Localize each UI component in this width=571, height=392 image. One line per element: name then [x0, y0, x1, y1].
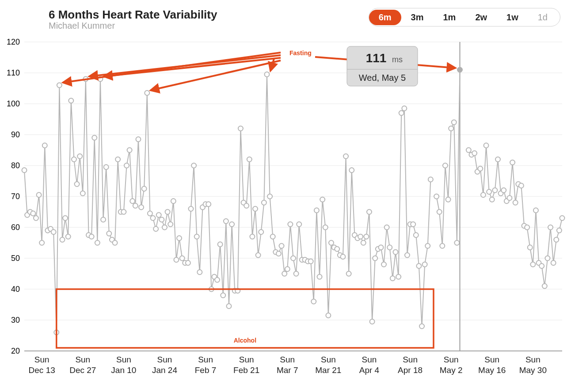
timerange-btn-1d[interactable]: 1d [528, 10, 557, 25]
hrv-point[interactable] [42, 143, 47, 148]
hrv-point[interactable] [525, 225, 529, 230]
hrv-point[interactable] [92, 136, 97, 140]
hrv-point[interactable] [384, 225, 389, 230]
hrv-point[interactable] [168, 222, 173, 227]
hrv-point[interactable] [282, 271, 287, 276]
hrv-point[interactable] [34, 216, 38, 221]
hrv-point[interactable] [364, 234, 369, 239]
hrv-point[interactable] [428, 177, 433, 182]
hrv-point[interactable] [454, 241, 459, 245]
hrv-point[interactable] [399, 111, 404, 116]
timerange-btn-3m[interactable]: 3m [401, 10, 434, 25]
hrv-point[interactable] [343, 154, 348, 159]
hrv-point[interactable] [30, 211, 35, 216]
hrv-point[interactable] [349, 168, 354, 173]
hrv-point[interactable] [186, 260, 190, 265]
hrv-point[interactable] [130, 199, 135, 204]
hrv-point[interactable] [539, 264, 544, 268]
hrv-point[interactable] [60, 237, 65, 242]
hrv-point[interactable] [326, 313, 331, 318]
hrv-point[interactable] [440, 244, 445, 249]
hrv-point[interactable] [221, 293, 225, 298]
hrv-point[interactable] [39, 241, 44, 245]
hrv-point[interactable] [194, 234, 199, 239]
hrv-point[interactable] [452, 120, 457, 125]
hrv-point[interactable] [279, 244, 284, 249]
hrv-point[interactable] [107, 231, 111, 236]
hrv-point[interactable] [37, 192, 42, 197]
hrv-point[interactable] [80, 191, 85, 196]
hrv-point[interactable] [22, 168, 27, 173]
hrv-point[interactable] [151, 216, 156, 221]
hrv-point[interactable] [206, 202, 211, 207]
hrv-point[interactable] [557, 228, 562, 233]
hrv-point[interactable] [373, 256, 377, 261]
hrv-point[interactable] [253, 207, 258, 211]
hrv-point[interactable] [294, 271, 299, 276]
hrv-point[interactable] [530, 262, 535, 267]
hrv-point[interactable] [259, 230, 263, 234]
hrv-point[interactable] [346, 271, 351, 276]
hrv-point[interactable] [419, 324, 424, 329]
hrv-point[interactable] [250, 234, 255, 239]
hrv-point[interactable] [127, 148, 132, 153]
hrv-point[interactable] [308, 259, 313, 264]
hrv-point[interactable] [437, 210, 442, 215]
hrv-point[interactable] [390, 276, 395, 281]
hrv-point[interactable] [139, 205, 144, 210]
hrv-point[interactable] [63, 216, 68, 221]
hrv-point[interactable] [495, 157, 500, 162]
hrv-point[interactable] [446, 197, 451, 202]
hrv-point[interactable] [434, 194, 439, 199]
hrv-point[interactable] [89, 234, 94, 239]
hrv-point[interactable] [402, 106, 407, 111]
hrv-point[interactable] [317, 275, 322, 279]
hrv-point[interactable] [288, 222, 293, 227]
hrv-point[interactable] [270, 234, 275, 239]
hrv-point[interactable] [533, 208, 538, 213]
hrv-point[interactable] [171, 199, 176, 204]
hrv-point[interactable] [487, 189, 491, 194]
hrv-point[interactable] [66, 234, 71, 239]
hrv-point[interactable] [554, 237, 559, 242]
hrv-point[interactable] [215, 278, 220, 283]
hrv-point[interactable] [335, 247, 339, 252]
hrv-point[interactable] [551, 260, 556, 265]
hrv-point[interactable] [159, 217, 164, 222]
hrv-point[interactable] [174, 257, 179, 262]
hrv-point[interactable] [77, 154, 82, 159]
hrv-point[interactable] [416, 264, 421, 268]
hrv-point[interactable] [180, 256, 185, 261]
hrv-point[interactable] [104, 165, 109, 170]
hrv-point[interactable] [57, 83, 62, 88]
hrv-point[interactable] [370, 319, 375, 324]
hrv-point[interactable] [560, 216, 565, 221]
hrv-point[interactable] [226, 304, 231, 309]
hrv-point[interactable] [95, 241, 100, 245]
hrv-point[interactable] [148, 211, 152, 216]
hrv-point[interactable] [542, 284, 547, 289]
hrv-point[interactable] [218, 242, 223, 247]
hrv-point[interactable] [256, 253, 261, 258]
hrv-point[interactable] [291, 256, 296, 261]
timerange-segmented-control[interactable]: 6m3m1m2w1w1d [369, 8, 560, 26]
hrv-point[interactable] [285, 267, 290, 271]
hrv-point[interactable] [381, 262, 386, 267]
hrv-point[interactable] [492, 188, 497, 193]
hrv-chart[interactable]: 2030405060708090100110120SunDec 13SunDec… [0, 35, 571, 384]
hrv-point[interactable] [457, 68, 462, 72]
timerange-btn-6m[interactable]: 6m [369, 10, 401, 25]
hrv-point[interactable] [51, 230, 56, 234]
hrv-point[interactable] [425, 244, 430, 249]
hrv-point[interactable] [297, 222, 301, 227]
hrv-point[interactable] [264, 72, 269, 77]
hrv-point[interactable] [311, 299, 316, 304]
hrv-point[interactable] [191, 163, 196, 168]
hrv-point[interactable] [101, 217, 106, 222]
hrv-point[interactable] [133, 204, 138, 208]
timerange-btn-1m[interactable]: 1m [433, 10, 465, 25]
hrv-point[interactable] [361, 241, 366, 245]
hrv-point[interactable] [449, 126, 453, 131]
hrv-point[interactable] [262, 200, 266, 205]
hrv-point[interactable] [396, 275, 401, 279]
